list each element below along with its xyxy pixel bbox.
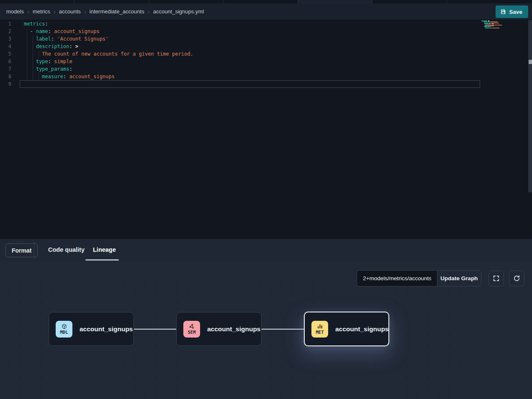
lineage-node-mdl[interactable]: MDL account_signups bbox=[49, 312, 134, 346]
breadcrumb-item[interactable]: models bbox=[6, 8, 24, 15]
top-tab[interactable] bbox=[75, 0, 149, 3]
breadcrumb-item[interactable]: intermediate_accounts bbox=[90, 8, 144, 15]
breadcrumb-item[interactable]: metrics bbox=[33, 8, 50, 15]
code-editor[interactable]: 1metrics:2 - name: account_signups3 labe… bbox=[0, 20, 532, 238]
top-tab[interactable] bbox=[447, 0, 532, 3]
save-icon bbox=[500, 9, 506, 15]
indent-guide bbox=[39, 73, 39, 80]
node-label: account_signups bbox=[335, 325, 388, 333]
lineage-node-sem[interactable]: SEM account_signups bbox=[176, 312, 262, 346]
editor-tabs-strip bbox=[0, 0, 532, 3]
refresh-icon bbox=[513, 275, 520, 282]
save-button[interactable]: Save bbox=[496, 5, 528, 18]
current-line-highlight bbox=[20, 80, 480, 88]
semantic-model-icon bbox=[189, 323, 195, 330]
indent-guide bbox=[27, 28, 27, 80]
code-line[interactable]: 5 The count of new accounts for a given … bbox=[0, 50, 532, 58]
code-text: The count of new accounts for a given ti… bbox=[17, 50, 193, 58]
indent-guide bbox=[33, 36, 33, 80]
top-tab[interactable] bbox=[149, 0, 224, 3]
chevron-right-icon: › bbox=[148, 8, 150, 15]
lineage-edge bbox=[262, 329, 304, 330]
panel-divider bbox=[34, 241, 34, 260]
line-number: 5 bbox=[0, 50, 17, 58]
model-selector-group: Update Graph bbox=[357, 270, 481, 286]
line-number: 9 bbox=[0, 80, 17, 88]
fullscreen-icon bbox=[493, 275, 500, 282]
active-tab-underline bbox=[85, 259, 119, 261]
top-tab[interactable] bbox=[0, 0, 75, 3]
node-label: account_signups bbox=[207, 325, 260, 333]
lineage-edge bbox=[134, 329, 177, 330]
breadcrumb-item[interactable]: account_signups.yml bbox=[153, 8, 204, 15]
tab-code-quality[interactable]: Code quality bbox=[48, 246, 85, 253]
fullscreen-button[interactable] bbox=[488, 271, 504, 286]
chevron-right-icon: › bbox=[84, 8, 86, 15]
lineage-node-met[interactable]: MET account_signups bbox=[304, 312, 389, 346]
bottom-panel: Format Code quality Lineage Update Graph bbox=[0, 238, 532, 399]
line-number: 8 bbox=[0, 73, 17, 80]
code-text: description: > bbox=[17, 43, 78, 50]
code-line[interactable]: 6 type: simple bbox=[0, 58, 532, 65]
line-number: 2 bbox=[0, 28, 17, 35]
indent-guide bbox=[39, 51, 39, 58]
code-text: type: simple bbox=[17, 58, 72, 65]
refresh-button[interactable] bbox=[509, 271, 524, 286]
line-number: 3 bbox=[0, 35, 17, 43]
save-button-label: Save bbox=[509, 9, 522, 15]
lineage-controls: Update Graph bbox=[357, 270, 524, 286]
code-line[interactable]: 7 type_params: bbox=[0, 65, 532, 73]
code-line[interactable]: 2 - name: account_signups bbox=[0, 28, 532, 35]
code-line[interactable]: 4 description: > bbox=[0, 43, 532, 50]
code-text: metrics: bbox=[17, 20, 48, 28]
node-type-badge: SEM bbox=[183, 321, 200, 338]
editor-scrollbar-thumb[interactable] bbox=[529, 60, 532, 64]
model-cube-icon bbox=[61, 323, 67, 330]
top-tab[interactable] bbox=[373, 0, 447, 3]
chevron-right-icon: › bbox=[27, 8, 29, 15]
line-number: 4 bbox=[0, 43, 17, 50]
metric-chart-icon bbox=[317, 323, 323, 330]
editor-scrollbar-track[interactable] bbox=[528, 20, 532, 192]
code-text: measure: account_signups bbox=[17, 73, 115, 80]
update-graph-button[interactable]: Update Graph bbox=[437, 271, 481, 286]
breadcrumb: models›metrics›accounts›intermediate_acc… bbox=[6, 8, 204, 15]
code-line[interactable]: 3 label: 'Account Signups' bbox=[0, 35, 532, 43]
node-label: account_signups bbox=[80, 325, 133, 333]
file-header-bar: models›metrics›accounts›intermediate_acc… bbox=[0, 3, 532, 20]
code-text: - name: account_signups bbox=[17, 28, 100, 35]
chevron-right-icon: › bbox=[54, 8, 56, 15]
line-number: 1 bbox=[0, 20, 17, 28]
minimap[interactable] bbox=[481, 20, 507, 30]
code-line[interactable]: 1metrics: bbox=[0, 20, 532, 28]
format-button[interactable]: Format bbox=[5, 243, 38, 257]
node-type-badge: MET bbox=[311, 321, 328, 338]
code-line[interactable]: 8 measure: account_signups bbox=[0, 73, 532, 80]
app-root: models›metrics›accounts›intermediate_acc… bbox=[0, 0, 532, 399]
breadcrumb-item[interactable]: accounts bbox=[59, 8, 81, 15]
tab-lineage[interactable]: Lineage bbox=[93, 246, 116, 253]
node-type-badge: MDL bbox=[56, 321, 72, 338]
line-number: 7 bbox=[0, 65, 17, 73]
code-text: type_params: bbox=[17, 65, 72, 73]
lineage-canvas[interactable]: Update Graph bbox=[0, 262, 532, 399]
line-number: 6 bbox=[0, 58, 17, 65]
model-selector-input[interactable] bbox=[357, 271, 437, 286]
top-tab[interactable] bbox=[224, 0, 298, 3]
code-text: label: 'Account Signups' bbox=[17, 35, 108, 43]
top-tab[interactable] bbox=[298, 0, 373, 3]
